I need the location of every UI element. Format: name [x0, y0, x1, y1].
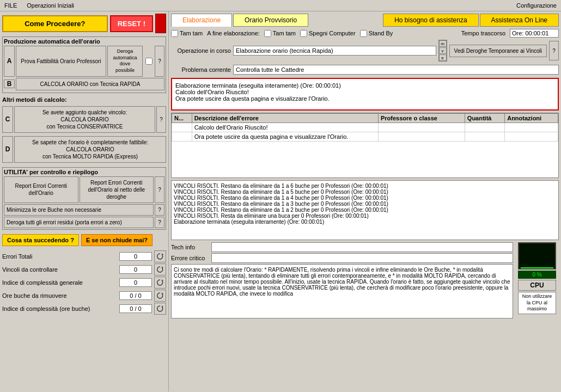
message-box: Elaborazione terminata (eseguita interam… — [171, 78, 559, 111]
spegni-checkbox-label: Spegni Computer — [300, 30, 356, 37]
problema-row: Problema corrente — [171, 65, 559, 75]
cpu-screen — [518, 242, 556, 270]
description-area: Ci sono tre modi di calcolare l'Orario: … — [171, 264, 513, 318]
errori-totali-label: Errori Totali — [2, 253, 117, 260]
tech-row: Tech info — [171, 242, 513, 252]
problema-value[interactable] — [233, 65, 559, 75]
utilita-section: UTILITA' per controllo e riepilogo Repor… — [2, 167, 166, 230]
row-a-checkbox[interactable] — [145, 58, 153, 65]
log-entry: VINCOLI RISOLTI. Restano da eliminare da… — [174, 201, 556, 207]
errori-totali-row: Errori Totali — [2, 250, 166, 262]
stand-by-label: Stand By — [369, 30, 393, 36]
row-c: C Se avete aggiunto qualche vincolo: CAL… — [2, 106, 166, 133]
indice-buche-value[interactable] — [119, 304, 152, 313]
menu-file[interactable]: FILE — [2, 1, 19, 10]
message-line2: Calcolo dell'Orario Riuscito! — [175, 89, 554, 95]
cpu-button[interactable]: CPU — [518, 280, 556, 291]
tab-online[interactable]: Assistenza On Line — [480, 14, 559, 27]
op-m-button[interactable]: m — [439, 40, 447, 47]
vedi-deroghe-group: Vedi Deroghe Temporanee ai Vincoli ? — [449, 41, 559, 60]
vincoli-row: Vincoli da controllare — [2, 264, 166, 275]
errori-totali-value[interactable] — [119, 252, 152, 261]
tam-tam2-checkbox-label: Tam tam — [264, 30, 296, 37]
stats-grid: Errori Totali Vincoli da controllare Ind… — [2, 250, 166, 315]
vedi-deroghe-button[interactable]: Vedi Deroghe Temporanee ai Vincoli — [449, 45, 547, 57]
row-c-main-button[interactable]: Se avete aggiunto qualche vincolo: CALCO… — [14, 106, 155, 133]
cpu-note: Non utilizzare la CPU al massimo — [518, 292, 556, 314]
deroga-tutti-button[interactable]: Deroga tutti gli errori residui (porta e… — [4, 217, 154, 228]
op-v-button[interactable]: v — [439, 47, 447, 54]
stand-by-checkbox-label: Stand By — [360, 30, 393, 37]
report-help-button[interactable]: ? — [155, 176, 164, 203]
ese-non-chiude-button[interactable]: E se non chiude mai? — [81, 234, 153, 246]
col-header-n: N... — [172, 114, 192, 123]
op-e-button[interactable]: e — [439, 54, 447, 61]
tab-assistenza[interactable]: Ho bisogno di assistenza — [383, 14, 478, 27]
col-header-prof: Professore o classe — [378, 114, 465, 123]
minimizza-help-button[interactable]: ? — [155, 204, 164, 216]
row-d: D Se sapete che l'orario è completamente… — [2, 136, 166, 163]
table-row: Ora potete uscire da questa pagina e vis… — [172, 132, 558, 142]
report-row: Report Errori Correnti dell'Orario Repor… — [4, 176, 164, 203]
tab-orario[interactable]: Orario Provvisorio — [233, 14, 308, 27]
log-entry: VINCOLI RISOLTI. Restano da eliminare da… — [174, 195, 556, 201]
top-buttons-row: Come Procedere? RESET ! — [2, 14, 166, 33]
tam-tam2-label: Tam tam — [273, 30, 296, 36]
menu-operazioni[interactable]: Operazioni Iniziali — [25, 1, 76, 10]
tab-elaborazione[interactable]: Elaborazione — [171, 14, 232, 27]
message-line3: Ora potete uscire da questa pagina e vis… — [175, 95, 554, 102]
vincoli-value[interactable] — [119, 265, 152, 274]
row-b: B CALCOLA ORARIO con Tecnica RAPIDA — [4, 78, 164, 90]
row-b-main-button[interactable]: CALCOLA ORARIO con Tecnica RAPIDA — [16, 78, 164, 90]
op-in-corso-value[interactable] — [233, 46, 436, 56]
altri-metodi-label: Altri metodi di calcolo: — [2, 96, 166, 103]
indice-value[interactable] — [119, 278, 152, 287]
op-mvp-buttons: m v e — [438, 40, 447, 62]
errore-critico-value[interactable] — [211, 253, 513, 263]
row-a-main-button[interactable]: Prova Fattibilità Orario Professori — [16, 46, 106, 77]
vincoli-refresh-icon[interactable] — [154, 264, 166, 275]
left-panel: Come Procedere? RESET ! Produzione autom… — [0, 11, 169, 391]
errore-critico-label: Errore critico — [171, 255, 209, 261]
menu-configurazione[interactable]: Configurazione — [514, 1, 559, 10]
col-header-ann: Annotazioni — [505, 114, 558, 123]
row-a-deroga-button[interactable]: Deroga automatica dove possibile — [107, 46, 143, 77]
operazione-in-corso-row: Operazione in corso m v e Vedi Deroghe T… — [171, 40, 559, 62]
message-line1: Elaborazione terminata (eseguita interam… — [175, 82, 554, 89]
ore-buche-value[interactable] — [119, 291, 152, 300]
tam-tam-checkbox[interactable] — [171, 30, 178, 37]
row-c-help-button[interactable]: ? — [156, 106, 166, 133]
cpu-widget: 0 % CPU Non utilizzare la CPU al massimo — [515, 242, 559, 314]
svg-marker-0 — [162, 253, 163, 255]
svg-marker-4 — [162, 305, 163, 308]
row-d-main-button[interactable]: Se sapete che l'orario è completamente f… — [14, 136, 166, 163]
menu-bar: FILE Operazioni Iniziali Configurazione — [0, 0, 561, 11]
reset-button[interactable]: RESET ! — [110, 15, 153, 32]
tempo-value-field[interactable] — [510, 29, 559, 38]
vedi-deroghe-help-button[interactable]: ? — [549, 41, 559, 60]
stand-by-checkbox[interactable] — [360, 30, 367, 37]
tam-tam2-checkbox[interactable] — [264, 30, 271, 37]
cosa-succedendo-button[interactable]: Cosa sta succedendo ? — [2, 234, 79, 246]
produzione-title: Produzione automatica dell'orario — [4, 38, 164, 45]
cosa-row: Cosa sta succedendo ? E se non chiude ma… — [2, 234, 166, 246]
report2-button[interactable]: Report Errori Correnti dell'Orario al ne… — [80, 176, 154, 203]
row-a-help-button[interactable]: ? — [155, 46, 164, 77]
indice-refresh-icon[interactable] — [154, 277, 166, 289]
come-procedere-button[interactable]: Come Procedere? — [2, 15, 108, 32]
ore-buche-refresh-icon[interactable] — [154, 290, 166, 302]
ore-buche-row: Ore buche da rimuovere — [2, 290, 166, 302]
bottom-section: Tech info Errore critico Ci sono tre mod… — [171, 242, 559, 318]
minimizza-button[interactable]: Minimizza le ore Buche non necessarie — [4, 204, 154, 216]
tech-info-value[interactable] — [211, 242, 513, 252]
svg-marker-3 — [162, 292, 163, 295]
indice-buche-refresh-icon[interactable] — [154, 303, 166, 315]
deroga-tutti-help-button[interactable]: ? — [155, 217, 164, 228]
report1-button[interactable]: Report Errori Correnti dell'Orario — [4, 176, 78, 203]
spegni-checkbox[interactable] — [300, 30, 307, 37]
indice-buche-row: Indice di complessità (ore buche) — [2, 303, 166, 315]
errori-totali-refresh-icon[interactable] — [154, 250, 166, 262]
errore-row: Errore critico — [171, 253, 513, 263]
row-c-label: C — [2, 106, 13, 133]
row-b-label: B — [4, 79, 15, 88]
